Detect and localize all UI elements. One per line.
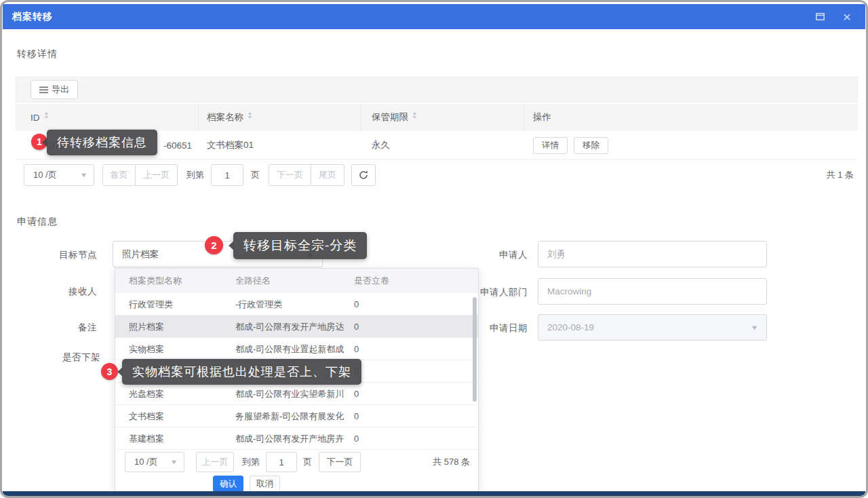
dropdown-row[interactable]: 实物档案 都成-司公限有业置起新都成- 0 xyxy=(115,338,478,360)
type-name-cell: 文书档案 xyxy=(115,405,242,427)
refresh-icon xyxy=(359,170,368,180)
cell-retention: 永久 xyxy=(361,131,534,159)
annotation-text: 实物档案可根据也出处理是否上、下架 xyxy=(132,364,351,380)
apply-info-section-title: 申请信息 xyxy=(17,216,58,228)
full-path-cell: 都成-司公限有发开产地房卉 xyxy=(229,427,344,450)
filed-cell: 0 xyxy=(342,315,490,338)
sort-icon[interactable]: ▲▼ xyxy=(248,113,252,121)
filed-cell: 0 xyxy=(342,293,490,315)
column-header-id-label: ID xyxy=(31,113,40,123)
filed-cell: 0 xyxy=(342,405,490,427)
first-page-button[interactable]: 首页 xyxy=(102,164,136,186)
annotation-tooltip-2: 转移目标全宗-分类 xyxy=(233,232,367,259)
refresh-button[interactable] xyxy=(351,164,376,186)
filed-cell: 0 xyxy=(342,383,490,405)
goto-label: 到第 xyxy=(186,169,204,181)
detail-button[interactable]: 详情 xyxy=(533,137,568,154)
caret-down-icon: ▼ xyxy=(80,172,88,178)
page-unit-label: 页 xyxy=(251,169,260,181)
table-pagination: 10 /页 ▼ 首页 上一页 到第 页 下一页 尾页 共 1 条 xyxy=(16,164,858,187)
sort-icon[interactable]: ▲▼ xyxy=(412,113,417,121)
filed-cell: 0 xyxy=(342,360,490,383)
target-node-value: 照片档案 xyxy=(122,248,159,261)
cell-name: 文书档案01 xyxy=(199,131,370,159)
maximize-icon[interactable] xyxy=(811,10,829,24)
filed-cell: 0 xyxy=(342,338,490,360)
dropdown-row[interactable]: 文书档案 务服望希新-司公限有展发化 0 xyxy=(115,405,478,427)
total-count: 共 1 条 xyxy=(827,169,854,181)
off-shelf-label: 是否下架 xyxy=(2,351,100,364)
dropdown-scrollbar[interactable] xyxy=(473,297,477,402)
annotation-text: 待转移档案信息 xyxy=(57,134,147,151)
dropdown-column-type-name: 档案类型名称 xyxy=(115,269,242,293)
type-name-cell: 基建档案 xyxy=(115,427,242,450)
annotation-badge-2: 2 xyxy=(205,236,223,254)
column-header-name[interactable]: 档案名称 ▲▼ xyxy=(199,104,361,131)
caret-down-icon: ▼ xyxy=(170,459,178,465)
applicant-input[interactable]: 刘勇 xyxy=(538,241,767,267)
department-value: Macrowing xyxy=(547,286,591,296)
dialog-title: 档案转移 xyxy=(12,11,53,23)
type-name-cell: 行政管理类 xyxy=(115,293,242,315)
dropdown-row-selected[interactable]: 照片档案 都成-司公限有发开产地房达 0 xyxy=(115,315,478,338)
column-header-retention[interactable]: 保管期限 ▲▼ xyxy=(361,104,524,131)
close-icon[interactable]: × xyxy=(838,10,856,24)
total-count: 共 578 条 xyxy=(433,456,470,468)
prev-page-button[interactable]: 上一页 xyxy=(196,452,234,472)
applicant-label: 申请人 xyxy=(409,249,528,261)
page-size-value: 10 /页 xyxy=(33,169,57,181)
page-size-select[interactable]: 10 /页 ▼ xyxy=(24,164,94,186)
receiver-label: 接收人 xyxy=(2,286,97,298)
column-header-actions: 操作 xyxy=(524,104,858,131)
goto-label: 到第 xyxy=(242,456,260,468)
page-unit-label: 页 xyxy=(303,456,312,468)
column-header-actions-label: 操作 xyxy=(533,111,551,123)
next-page-button[interactable]: 下一页 xyxy=(319,452,361,472)
remark-label: 备注 xyxy=(2,322,97,334)
dropdown-header: 档案类型名称 全路径名 是否立卷 xyxy=(115,269,478,293)
annotation-badge-3: 3 xyxy=(101,363,118,380)
cancel-button[interactable]: 取消 xyxy=(250,476,280,492)
prev-page-button[interactable]: 上一页 xyxy=(136,164,178,186)
dropdown-row[interactable]: 行政管理类 -行政管理类 0 xyxy=(115,293,478,315)
page-size-select[interactable]: 10 /页 ▼ xyxy=(125,452,184,472)
sort-icon[interactable]: ▲▼ xyxy=(44,113,49,121)
annotation-tooltip-3: 实物档案可根据也出处理是否上、下架 xyxy=(122,359,361,385)
full-path-cell: 都成-司公限有业实望希新川 xyxy=(229,383,344,405)
full-path-cell: -行政管理类 xyxy=(229,293,344,315)
full-path-cell: 务服望希新-司公限有展发化 xyxy=(229,405,344,427)
date-picker[interactable]: 2020-08-19 ▼ xyxy=(538,314,767,341)
department-input[interactable]: Macrowing xyxy=(538,278,767,305)
type-name-cell: 实物档案 xyxy=(115,338,242,360)
page-number-input[interactable] xyxy=(266,452,297,472)
remove-button[interactable]: 移除 xyxy=(574,137,608,154)
confirm-button[interactable]: 确认 xyxy=(213,476,243,492)
dropdown-row[interactable]: 光盘档案 都成-司公限有业实望希新川 0 xyxy=(115,383,478,405)
column-header-id[interactable]: ID ▲▼ xyxy=(16,104,199,131)
full-path-cell: 都成-司公限有发开产地房达 xyxy=(229,315,344,338)
type-name-cell: 照片档案 xyxy=(115,315,242,338)
dropdown-column-full-path: 全路径名 xyxy=(229,269,349,293)
export-button-label: 导出 xyxy=(52,83,69,96)
next-page-button[interactable]: 下一页 xyxy=(269,164,311,186)
bottom-strip xyxy=(3,491,865,498)
table-toolbar xyxy=(16,77,858,102)
dropdown-column-filed: 是否立卷 xyxy=(342,269,490,293)
annotation-tooltip-1: 待转移档案信息 xyxy=(47,130,157,155)
dropdown-pagination: 10 /页 ▼ 上一页 到第 页 下一页 共 578 条 xyxy=(115,452,478,472)
page-size-value: 10 /页 xyxy=(134,456,158,468)
tooltip-arrow xyxy=(229,241,234,250)
date-value: 2020-08-19 xyxy=(547,322,594,332)
archive-transfer-dialog: 档案转移 × 转移详情 导出 ID ▲▼ 档案名称 ▲▼ 保管期限 ▲▼ 操作 xyxy=(0,0,868,498)
tooltip-arrow xyxy=(117,367,123,377)
cell-actions: 详情 移除 xyxy=(524,131,858,159)
column-header-retention-label: 保管期限 xyxy=(372,111,408,123)
id-fragment: -60651 xyxy=(163,140,199,151)
export-button[interactable]: 导出 xyxy=(31,80,78,99)
page-number-input[interactable] xyxy=(211,164,243,186)
dropdown-row[interactable]: 基建档案 都成-司公限有发开产地房卉 0 xyxy=(115,427,478,450)
last-page-button[interactable]: 尾页 xyxy=(311,164,344,186)
dialog-titlebar: 档案转移 × xyxy=(3,4,865,29)
caret-down-icon: ▼ xyxy=(751,324,759,331)
filed-cell: 0 xyxy=(342,427,490,450)
